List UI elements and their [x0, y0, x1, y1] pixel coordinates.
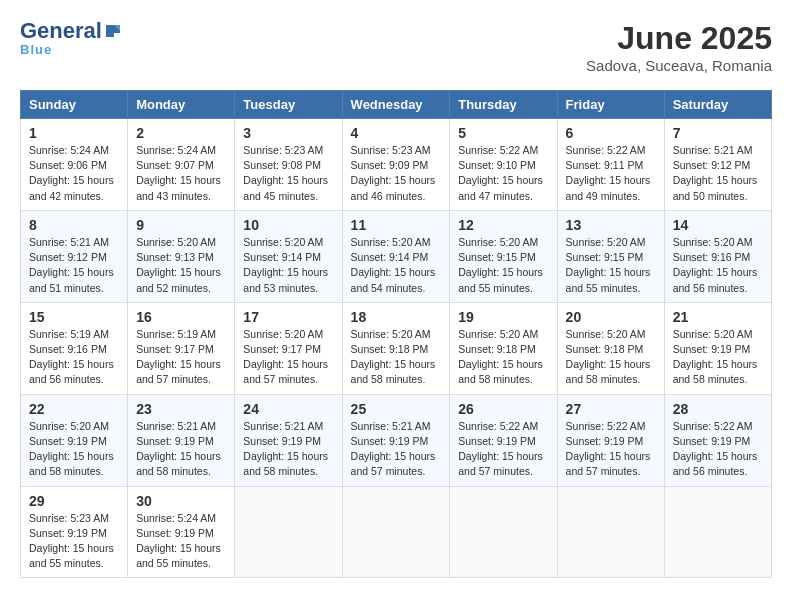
day-number: 29	[29, 493, 119, 509]
table-row: 8 Sunrise: 5:21 AM Sunset: 9:12 PM Dayli…	[21, 210, 128, 302]
day-number: 30	[136, 493, 226, 509]
sunrise-label: Sunrise: 5:22 AM	[566, 420, 646, 432]
sunset-label: Sunset: 9:17 PM	[136, 343, 214, 355]
sunrise-label: Sunrise: 5:22 AM	[458, 420, 538, 432]
cell-info: Sunrise: 5:24 AM Sunset: 9:19 PM Dayligh…	[136, 511, 226, 572]
daylight-label: Daylight: 15 hours and 54 minutes.	[351, 266, 436, 293]
cell-info: Sunrise: 5:21 AM Sunset: 9:19 PM Dayligh…	[243, 419, 333, 480]
daylight-label: Daylight: 15 hours and 50 minutes.	[673, 174, 758, 201]
table-row: 27 Sunrise: 5:22 AM Sunset: 9:19 PM Dayl…	[557, 394, 664, 486]
col-tuesday: Tuesday	[235, 91, 342, 119]
cell-info: Sunrise: 5:22 AM Sunset: 9:19 PM Dayligh…	[673, 419, 763, 480]
daylight-label: Daylight: 15 hours and 55 minutes.	[458, 266, 543, 293]
sunset-label: Sunset: 9:19 PM	[673, 343, 751, 355]
cell-info: Sunrise: 5:19 AM Sunset: 9:16 PM Dayligh…	[29, 327, 119, 388]
title-area: June 2025 Sadova, Suceava, Romania	[586, 20, 772, 74]
daylight-label: Daylight: 15 hours and 58 minutes.	[136, 450, 221, 477]
sunset-label: Sunset: 9:16 PM	[673, 251, 751, 263]
sunrise-label: Sunrise: 5:20 AM	[243, 328, 323, 340]
calendar-table: Sunday Monday Tuesday Wednesday Thursday…	[20, 90, 772, 578]
table-row: 18 Sunrise: 5:20 AM Sunset: 9:18 PM Dayl…	[342, 302, 450, 394]
col-friday: Friday	[557, 91, 664, 119]
calendar-week-row: 22 Sunrise: 5:20 AM Sunset: 9:19 PM Dayl…	[21, 394, 772, 486]
table-row: 10 Sunrise: 5:20 AM Sunset: 9:14 PM Dayl…	[235, 210, 342, 302]
daylight-label: Daylight: 15 hours and 51 minutes.	[29, 266, 114, 293]
sunrise-label: Sunrise: 5:22 AM	[566, 144, 646, 156]
cell-info: Sunrise: 5:19 AM Sunset: 9:17 PM Dayligh…	[136, 327, 226, 388]
cell-info: Sunrise: 5:20 AM Sunset: 9:14 PM Dayligh…	[243, 235, 333, 296]
sunset-label: Sunset: 9:12 PM	[673, 159, 751, 171]
cell-info: Sunrise: 5:20 AM Sunset: 9:17 PM Dayligh…	[243, 327, 333, 388]
sunset-label: Sunset: 9:18 PM	[458, 343, 536, 355]
day-number: 14	[673, 217, 763, 233]
cell-info: Sunrise: 5:20 AM Sunset: 9:15 PM Dayligh…	[566, 235, 656, 296]
table-row: 1 Sunrise: 5:24 AM Sunset: 9:06 PM Dayli…	[21, 119, 128, 211]
col-monday: Monday	[128, 91, 235, 119]
table-row: 26 Sunrise: 5:22 AM Sunset: 9:19 PM Dayl…	[450, 394, 557, 486]
table-row: 5 Sunrise: 5:22 AM Sunset: 9:10 PM Dayli…	[450, 119, 557, 211]
daylight-label: Daylight: 15 hours and 58 minutes.	[673, 358, 758, 385]
daylight-label: Daylight: 15 hours and 46 minutes.	[351, 174, 436, 201]
daylight-label: Daylight: 15 hours and 57 minutes.	[136, 358, 221, 385]
sunrise-label: Sunrise: 5:23 AM	[243, 144, 323, 156]
daylight-label: Daylight: 15 hours and 55 minutes.	[29, 542, 114, 569]
sunset-label: Sunset: 9:11 PM	[566, 159, 644, 171]
table-row: 21 Sunrise: 5:20 AM Sunset: 9:19 PM Dayl…	[664, 302, 771, 394]
day-number: 26	[458, 401, 548, 417]
daylight-label: Daylight: 15 hours and 56 minutes.	[673, 266, 758, 293]
table-row	[557, 486, 664, 578]
sunrise-label: Sunrise: 5:20 AM	[458, 328, 538, 340]
sunrise-label: Sunrise: 5:22 AM	[673, 420, 753, 432]
cell-info: Sunrise: 5:21 AM Sunset: 9:19 PM Dayligh…	[136, 419, 226, 480]
sunrise-label: Sunrise: 5:21 AM	[243, 420, 323, 432]
col-sunday: Sunday	[21, 91, 128, 119]
day-number: 24	[243, 401, 333, 417]
calendar-week-row: 8 Sunrise: 5:21 AM Sunset: 9:12 PM Dayli…	[21, 210, 772, 302]
table-row: 2 Sunrise: 5:24 AM Sunset: 9:07 PM Dayli…	[128, 119, 235, 211]
table-row: 3 Sunrise: 5:23 AM Sunset: 9:08 PM Dayli…	[235, 119, 342, 211]
day-number: 23	[136, 401, 226, 417]
sunrise-label: Sunrise: 5:20 AM	[673, 328, 753, 340]
cell-info: Sunrise: 5:22 AM Sunset: 9:19 PM Dayligh…	[458, 419, 548, 480]
calendar-week-row: 29 Sunrise: 5:23 AM Sunset: 9:19 PM Dayl…	[21, 486, 772, 578]
day-number: 15	[29, 309, 119, 325]
day-number: 1	[29, 125, 119, 141]
daylight-label: Daylight: 15 hours and 57 minutes.	[566, 450, 651, 477]
calendar-week-row: 15 Sunrise: 5:19 AM Sunset: 9:16 PM Dayl…	[21, 302, 772, 394]
sunrise-label: Sunrise: 5:21 AM	[136, 420, 216, 432]
sunset-label: Sunset: 9:19 PM	[458, 435, 536, 447]
sunrise-label: Sunrise: 5:19 AM	[29, 328, 109, 340]
calendar-header-row: Sunday Monday Tuesday Wednesday Thursday…	[21, 91, 772, 119]
sunrise-label: Sunrise: 5:21 AM	[29, 236, 109, 248]
table-row: 29 Sunrise: 5:23 AM Sunset: 9:19 PM Dayl…	[21, 486, 128, 578]
sunrise-label: Sunrise: 5:23 AM	[351, 144, 431, 156]
table-row: 25 Sunrise: 5:21 AM Sunset: 9:19 PM Dayl…	[342, 394, 450, 486]
sunrise-label: Sunrise: 5:20 AM	[566, 328, 646, 340]
sunset-label: Sunset: 9:14 PM	[351, 251, 429, 263]
table-row: 23 Sunrise: 5:21 AM Sunset: 9:19 PM Dayl…	[128, 394, 235, 486]
sunset-label: Sunset: 9:19 PM	[351, 435, 429, 447]
day-number: 12	[458, 217, 548, 233]
table-row: 20 Sunrise: 5:20 AM Sunset: 9:18 PM Dayl…	[557, 302, 664, 394]
sunrise-label: Sunrise: 5:20 AM	[566, 236, 646, 248]
col-wednesday: Wednesday	[342, 91, 450, 119]
day-number: 10	[243, 217, 333, 233]
table-row: 14 Sunrise: 5:20 AM Sunset: 9:16 PM Dayl…	[664, 210, 771, 302]
sunset-label: Sunset: 9:19 PM	[29, 527, 107, 539]
daylight-label: Daylight: 15 hours and 57 minutes.	[243, 358, 328, 385]
table-row: 7 Sunrise: 5:21 AM Sunset: 9:12 PM Dayli…	[664, 119, 771, 211]
table-row: 9 Sunrise: 5:20 AM Sunset: 9:13 PM Dayli…	[128, 210, 235, 302]
daylight-label: Daylight: 15 hours and 55 minutes.	[566, 266, 651, 293]
table-row: 12 Sunrise: 5:20 AM Sunset: 9:15 PM Dayl…	[450, 210, 557, 302]
sunset-label: Sunset: 9:19 PM	[243, 435, 321, 447]
cell-info: Sunrise: 5:24 AM Sunset: 9:06 PM Dayligh…	[29, 143, 119, 204]
daylight-label: Daylight: 15 hours and 56 minutes.	[29, 358, 114, 385]
daylight-label: Daylight: 15 hours and 55 minutes.	[136, 542, 221, 569]
sunrise-label: Sunrise: 5:21 AM	[351, 420, 431, 432]
table-row: 6 Sunrise: 5:22 AM Sunset: 9:11 PM Dayli…	[557, 119, 664, 211]
logo: General Blue	[20, 20, 122, 57]
cell-info: Sunrise: 5:20 AM Sunset: 9:18 PM Dayligh…	[351, 327, 442, 388]
daylight-label: Daylight: 15 hours and 47 minutes.	[458, 174, 543, 201]
cell-info: Sunrise: 5:20 AM Sunset: 9:19 PM Dayligh…	[673, 327, 763, 388]
calendar-week-row: 1 Sunrise: 5:24 AM Sunset: 9:06 PM Dayli…	[21, 119, 772, 211]
